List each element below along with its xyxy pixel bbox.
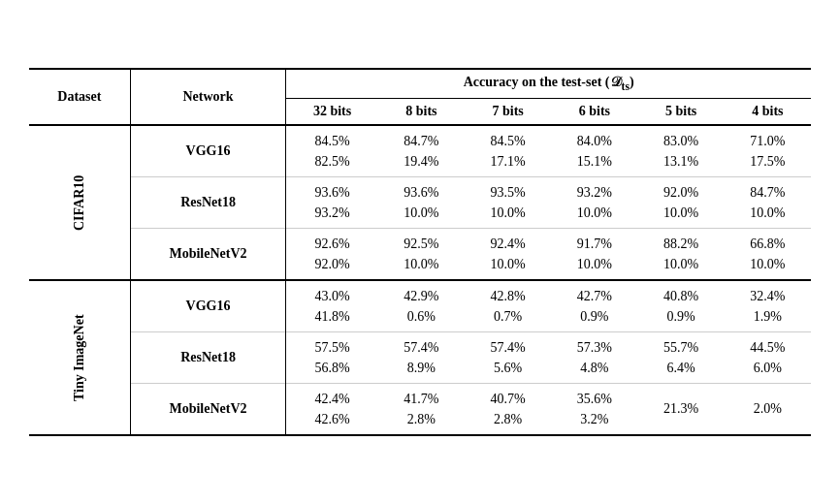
val-top-0-2-4: 88.2% — [663, 234, 698, 254]
val-bottom-0-0-1: 19.4% — [404, 151, 438, 172]
val-bottom-0-1-0: 93.2% — [314, 203, 349, 223]
val-top-0-1-3: 93.2% — [577, 182, 612, 203]
val-top-1-1-4: 55.7% — [663, 337, 698, 358]
val-bottom-0-2-1: 10.0% — [404, 254, 438, 274]
val-bottom-1-0-1: 0.6% — [407, 306, 436, 327]
val-bottom-0-2-4: 10.0% — [663, 254, 698, 274]
accuracy-table: Dataset Network Accuracy on the test-set… — [29, 68, 811, 436]
val-top-1-0-3: 42.7% — [577, 286, 612, 306]
val-bottom-1-0-5: 1.9% — [754, 306, 782, 327]
accuracy-cell-1-2-4: 21.3% — [638, 383, 725, 435]
val-top-1-2-1: 41.7% — [404, 389, 438, 409]
network-cell-0-0: VGG16 — [130, 125, 286, 177]
val-bottom-1-1-1: 8.9% — [407, 358, 436, 378]
val-top-1-0-2: 42.8% — [491, 286, 526, 306]
accuracy-cell-0-1-4: 92.0%10.0% — [638, 176, 725, 228]
accuracy-cell-0-0-4: 83.0%13.1% — [638, 125, 725, 177]
val-top-1-1-3: 57.3% — [577, 337, 612, 358]
val-top-0-1-5: 84.7% — [750, 182, 785, 203]
bits-header-7: 7 bits — [465, 98, 551, 125]
val-top-0-2-1: 92.5% — [404, 234, 438, 254]
val-top-0-0-2: 84.5% — [491, 131, 526, 151]
val-bottom-1-0-0: 41.8% — [314, 306, 349, 327]
val-bottom-1-1-0: 56.8% — [314, 358, 349, 378]
accuracy-cell-1-1-4: 55.7%6.4% — [638, 331, 725, 383]
bits-header-5: 5 bits — [638, 98, 725, 125]
accuracy-cell-0-2-0: 92.6%92.0% — [286, 228, 378, 280]
val-top-1-2-2: 40.7% — [491, 389, 526, 409]
accuracy-cell-1-2-5: 2.0% — [725, 383, 811, 435]
accuracy-cell-1-1-2: 57.4%5.6% — [465, 331, 551, 383]
val-top-1-2-0: 42.4% — [314, 389, 349, 409]
accuracy-cell-0-0-2: 84.5%17.1% — [465, 125, 551, 177]
accuracy-cell-1-1-5: 44.5%6.0% — [725, 331, 811, 383]
val-bottom-1-0-2: 0.7% — [494, 306, 522, 327]
accuracy-cell-0-1-2: 93.5%10.0% — [465, 176, 551, 228]
accuracy-cell-0-1-3: 93.2%10.0% — [551, 176, 637, 228]
val-bottom-1-1-5: 6.0% — [754, 358, 782, 378]
val-top-0-0-1: 84.7% — [404, 131, 438, 151]
val-top-1-2-4: 21.3% — [663, 398, 698, 419]
network-header: Network — [130, 69, 286, 125]
val-bottom-1-1-4: 6.4% — [667, 358, 695, 378]
accuracy-cell-0-2-1: 92.5%10.0% — [378, 228, 465, 280]
accuracy-cell-1-1-3: 57.3%4.8% — [551, 331, 637, 383]
accuracy-cell-0-2-2: 92.4%10.0% — [465, 228, 551, 280]
network-cell-1-2: MobileNetV2 — [130, 383, 286, 435]
val-bottom-0-0-0: 82.5% — [314, 151, 349, 172]
accuracy-cell-1-0-4: 40.8%0.9% — [638, 280, 725, 332]
network-cell-1-1: ResNet18 — [130, 331, 286, 383]
bits-header-32: 32 bits — [286, 98, 378, 125]
val-bottom-0-1-4: 10.0% — [663, 203, 698, 223]
val-top-1-1-5: 44.5% — [750, 337, 785, 358]
val-bottom-0-0-4: 13.1% — [663, 151, 698, 172]
accuracy-cell-1-2-1: 41.7%2.8% — [378, 383, 465, 435]
val-bottom-1-0-3: 0.9% — [580, 306, 608, 327]
val-bottom-0-0-2: 17.1% — [491, 151, 526, 172]
accuracy-cell-0-1-5: 84.7%10.0% — [725, 176, 811, 228]
val-top-0-0-3: 84.0% — [577, 131, 612, 151]
val-top-1-0-1: 42.9% — [404, 286, 438, 306]
accuracy-cell-1-0-1: 42.9%0.6% — [378, 280, 465, 332]
val-bottom-1-2-0: 42.6% — [314, 409, 349, 429]
accuracy-cell-0-0-3: 84.0%15.1% — [551, 125, 637, 177]
val-bottom-0-2-5: 10.0% — [750, 254, 785, 274]
accuracy-cell-0-1-0: 93.6%93.2% — [286, 176, 378, 228]
val-top-1-0-0: 43.0% — [314, 286, 349, 306]
val-bottom-0-1-1: 10.0% — [404, 203, 438, 223]
val-bottom-0-2-0: 92.0% — [314, 254, 349, 274]
val-top-0-2-2: 92.4% — [491, 234, 526, 254]
val-top-1-0-4: 40.8% — [663, 286, 698, 306]
val-top-0-1-0: 93.6% — [314, 182, 349, 203]
accuracy-cell-1-0-0: 43.0%41.8% — [286, 280, 378, 332]
val-top-0-2-0: 92.6% — [314, 234, 349, 254]
network-cell-0-1: ResNet18 — [130, 176, 286, 228]
val-bottom-0-2-3: 10.0% — [577, 254, 612, 274]
val-top-1-1-2: 57.4% — [491, 337, 526, 358]
accuracy-cell-0-0-1: 84.7%19.4% — [378, 125, 465, 177]
val-bottom-1-2-2: 2.8% — [494, 409, 522, 429]
accuracy-cell-1-1-1: 57.4%8.9% — [378, 331, 465, 383]
accuracy-cell-0-0-5: 71.0%17.5% — [725, 125, 811, 177]
bits-header-8: 8 bits — [378, 98, 465, 125]
val-top-0-0-0: 84.5% — [314, 131, 349, 151]
val-top-1-2-5: 2.0% — [754, 398, 782, 419]
val-top-0-2-3: 91.7% — [577, 234, 612, 254]
accuracy-cell-1-2-3: 35.6%3.2% — [551, 383, 637, 435]
accuracy-cell-0-2-3: 91.7%10.0% — [551, 228, 637, 280]
val-top-0-1-4: 92.0% — [663, 182, 698, 203]
accuracy-cell-1-0-5: 32.4%1.9% — [725, 280, 811, 332]
network-cell-0-2: MobileNetV2 — [130, 228, 286, 280]
bits-header-4: 4 bits — [725, 98, 811, 125]
accuracy-header: Accuracy on the test-set (𝒟ts) — [286, 69, 811, 98]
val-top-0-0-4: 83.0% — [663, 131, 698, 151]
val-top-1-2-3: 35.6% — [577, 389, 612, 409]
val-bottom-0-0-3: 15.1% — [577, 151, 612, 172]
table-wrapper: Dataset Network Accuracy on the test-set… — [0, 48, 840, 456]
val-bottom-0-1-3: 10.0% — [577, 203, 612, 223]
val-bottom-0-1-2: 10.0% — [491, 203, 526, 223]
dataset-header: Dataset — [29, 69, 130, 125]
accuracy-cell-0-2-4: 88.2%10.0% — [638, 228, 725, 280]
accuracy-cell-1-2-2: 40.7%2.8% — [465, 383, 551, 435]
accuracy-cell-1-0-2: 42.8%0.7% — [465, 280, 551, 332]
